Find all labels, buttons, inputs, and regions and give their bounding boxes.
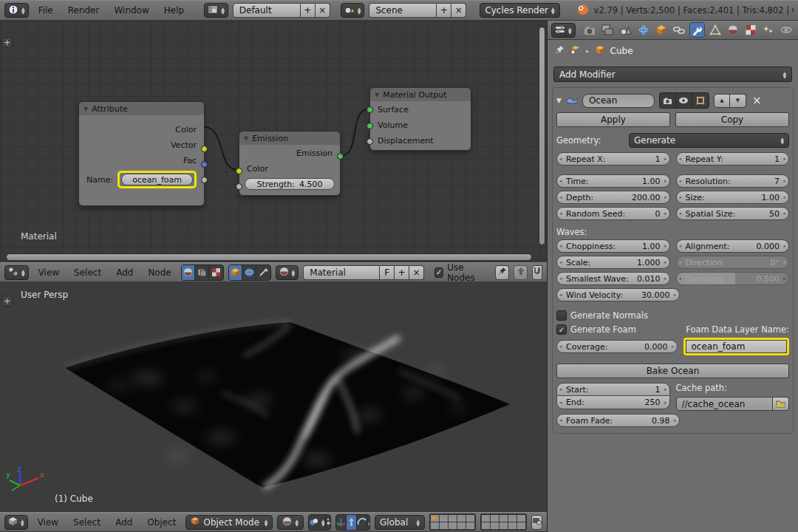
file-browse-button[interactable] bbox=[773, 397, 789, 411]
material-unlink-button[interactable]: × bbox=[409, 265, 424, 280]
attribute-name-input[interactable]: ocean_foam bbox=[121, 174, 193, 185]
pin-icon[interactable] bbox=[555, 45, 565, 57]
rotate-manipulator-toggle[interactable] bbox=[357, 515, 367, 530]
layers-grid-left[interactable] bbox=[429, 514, 476, 531]
region-expand-button[interactable]: + bbox=[1, 37, 13, 48]
tab-constraints[interactable] bbox=[672, 22, 687, 38]
menu-window[interactable]: Window bbox=[109, 5, 154, 16]
socket-attribute-vector[interactable] bbox=[201, 161, 208, 168]
scale-manipulator-toggle[interactable] bbox=[367, 515, 370, 530]
menu-node[interactable]: Node bbox=[143, 267, 176, 278]
editor-type-selector-node[interactable]: ▲▼ bbox=[4, 265, 29, 280]
node-canvas[interactable]: ▼ Attribute Color Vector Fac Name: ocean… bbox=[0, 21, 547, 262]
material-add-button[interactable]: + bbox=[395, 265, 409, 280]
use-nodes-toggle[interactable]: ✓ Use Nodes bbox=[434, 262, 486, 283]
size-field[interactable]: Size:1.00 bbox=[676, 191, 790, 204]
cache-path-input[interactable]: //cache_ocean bbox=[676, 397, 774, 411]
menu-object[interactable]: Object bbox=[142, 517, 181, 528]
panel-collapse-icon[interactable]: ▼ bbox=[556, 97, 562, 104]
bake-ocean-button[interactable]: Bake Ocean bbox=[556, 364, 789, 378]
geometry-dropdown[interactable]: Generate ▲▼ bbox=[629, 133, 789, 148]
viewport-shading-dropdown[interactable]: ▲▼ bbox=[277, 515, 304, 530]
scene-name-field[interactable]: Scene bbox=[369, 3, 437, 18]
copy-button[interactable]: Copy bbox=[675, 112, 789, 127]
pivot-point-dropdown[interactable]: ▲▼ bbox=[309, 515, 326, 530]
screen-layout-field[interactable]: Default bbox=[233, 3, 301, 18]
depth-field[interactable]: Depth:200.00 bbox=[556, 191, 670, 204]
manipulator-axes-icon[interactable] bbox=[336, 515, 347, 530]
collapse-triangle-icon[interactable]: ▼ bbox=[244, 135, 248, 142]
coverage-field[interactable]: Coverage:0.000 bbox=[556, 340, 678, 353]
translate-manipulator-toggle[interactable] bbox=[347, 515, 357, 530]
move-down-button[interactable]: ▼ bbox=[730, 94, 746, 108]
pin-button[interactable] bbox=[495, 265, 509, 280]
tab-physics[interactable] bbox=[779, 22, 794, 38]
screen-layout-icon-button[interactable]: ▲▼ bbox=[204, 3, 228, 18]
scene-lock-button[interactable] bbox=[531, 515, 542, 530]
move-up-button[interactable]: ▲ bbox=[714, 94, 730, 108]
menu-view[interactable]: View bbox=[33, 267, 64, 278]
node-editor-hscrollbar[interactable] bbox=[6, 253, 532, 261]
menu-select[interactable]: Select bbox=[69, 267, 106, 278]
scene-add-button[interactable]: + bbox=[437, 3, 451, 18]
foam-fade-field[interactable]: Foam Fade:0.98 bbox=[556, 414, 680, 427]
viewport-visibility-toggle[interactable] bbox=[676, 93, 692, 108]
socket-attribute-fac[interactable] bbox=[201, 177, 208, 183]
generate-foam-checkbox[interactable]: ✓ bbox=[556, 324, 567, 335]
add-modifier-dropdown[interactable]: Add Modifier ▲▼ bbox=[553, 66, 792, 82]
editor-type-selector-info[interactable]: ▲▼ bbox=[4, 3, 29, 18]
tab-texture[interactable] bbox=[743, 22, 758, 38]
compositing-nodes-icon[interactable] bbox=[209, 265, 223, 280]
menu-help[interactable]: Help bbox=[159, 5, 189, 16]
render-visibility-toggle[interactable] bbox=[660, 93, 676, 108]
menu-render[interactable]: Render bbox=[63, 5, 105, 16]
collapse-triangle-icon[interactable]: ▼ bbox=[83, 106, 88, 112]
tab-object-data[interactable] bbox=[707, 22, 723, 38]
layer-1[interactable] bbox=[431, 515, 439, 522]
smallest-wave-field[interactable]: Smallest Wave:0.010 bbox=[556, 272, 670, 285]
repeat-x-field[interactable]: Repeat X:1 bbox=[556, 152, 670, 166]
region-expand-button[interactable]: + bbox=[1, 296, 13, 307]
layers-grid-right[interactable] bbox=[480, 514, 527, 531]
breadcrumb-object-name[interactable]: Cube bbox=[610, 46, 633, 56]
tab-render[interactable] bbox=[582, 22, 598, 38]
scene-icon-button[interactable]: ▲▼ bbox=[341, 3, 365, 18]
fake-user-button[interactable]: F bbox=[380, 265, 395, 280]
wind-velocity-field[interactable]: Wind Velocity:30.000 bbox=[556, 288, 680, 301]
node-emission-header[interactable]: ▼ Emission bbox=[239, 132, 340, 145]
foam-layer-name-input[interactable]: ocean_foam bbox=[686, 340, 788, 353]
tab-object[interactable] bbox=[653, 22, 669, 38]
time-field[interactable]: Time:1.00 bbox=[556, 174, 670, 188]
start-frame-field[interactable]: Start:1 bbox=[556, 383, 670, 396]
socket-emission-strength[interactable] bbox=[236, 183, 242, 190]
linestyle-shader-icon[interactable] bbox=[256, 265, 270, 280]
mode-dropdown[interactable]: Object Mode ▲▼ bbox=[185, 515, 273, 530]
apply-button[interactable]: Apply bbox=[556, 112, 670, 127]
node-editor-vscrollbar[interactable] bbox=[539, 27, 545, 245]
socket-attribute-color[interactable] bbox=[201, 146, 208, 152]
node-attribute[interactable]: ▼ Attribute Color Vector Fac Name: ocean… bbox=[78, 101, 205, 206]
editmode-visibility-toggle[interactable] bbox=[692, 93, 709, 108]
scene-delete-button[interactable]: × bbox=[451, 3, 466, 18]
resolution-field[interactable]: Resolution:7 bbox=[676, 174, 790, 188]
tab-modifiers[interactable] bbox=[689, 22, 705, 38]
object-shader-icon[interactable] bbox=[229, 265, 243, 280]
node-attribute-header[interactable]: ▼ Attribute bbox=[79, 102, 204, 115]
spatial-size-field[interactable]: Spatial Size:50 bbox=[676, 207, 790, 220]
emission-strength-field[interactable]: Strength: 4.500 bbox=[245, 178, 335, 190]
random-seed-field[interactable]: Random Seed:0 bbox=[556, 207, 670, 220]
tab-particles[interactable] bbox=[761, 22, 777, 38]
use-nodes-checkbox[interactable]: ✓ bbox=[434, 267, 443, 278]
object-context-icon[interactable] bbox=[570, 45, 581, 57]
node-emission[interactable]: ▼ Emission Emission Color Strength: 4.50… bbox=[239, 131, 341, 196]
menu-view[interactable]: View bbox=[33, 517, 64, 528]
modifier-name-field[interactable]: Ocean bbox=[582, 94, 655, 108]
viewport-canvas[interactable]: User Persp + z y x /* bind axis labels b… bbox=[0, 282, 547, 512]
tab-render-layers[interactable] bbox=[600, 22, 615, 38]
material-name-field[interactable]: Material bbox=[303, 265, 380, 280]
screen-layout-delete-button[interactable]: × bbox=[316, 3, 330, 18]
editor-type-selector-3dview[interactable]: ▲▼ bbox=[4, 515, 28, 530]
scale-field[interactable]: Scale:1.000 bbox=[556, 256, 670, 269]
snap-toggle-button[interactable] bbox=[532, 265, 542, 280]
repeat-y-field[interactable]: Repeat Y:1 bbox=[676, 152, 790, 166]
